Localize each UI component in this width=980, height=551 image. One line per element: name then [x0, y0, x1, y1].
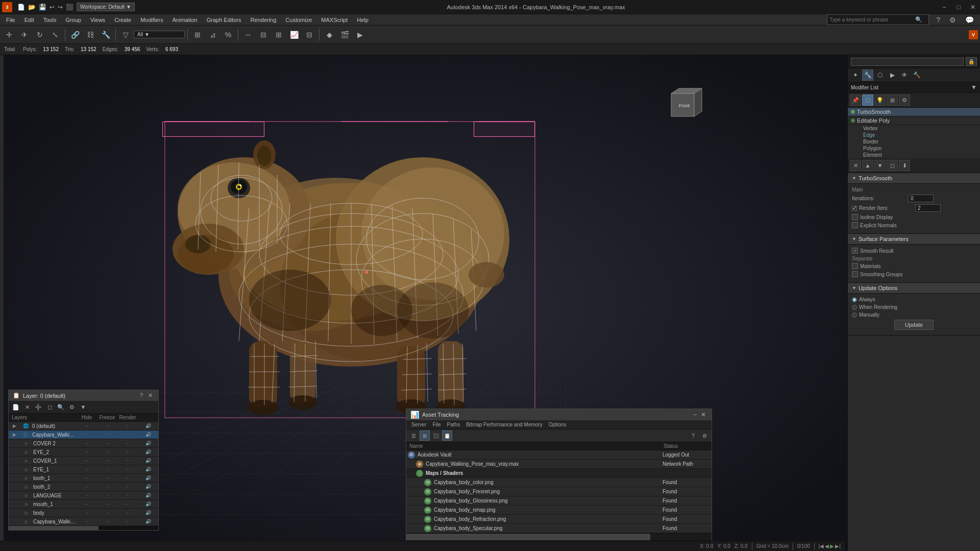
modifier-item-turbosmooth[interactable]: TurboSmooth — [848, 108, 980, 116]
asset-row-color[interactable]: 🖼 Capybara_body_color.png Found — [406, 478, 712, 487]
ep-sub-element[interactable]: Element — [848, 152, 980, 158]
save-btn[interactable]: 💾 — [38, 3, 47, 12]
link-btn[interactable]: 🔗 — [68, 28, 82, 42]
asset-menu-server[interactable]: Server — [408, 421, 429, 428]
minimize-btn[interactable]: − — [937, 0, 951, 14]
menu-group[interactable]: Group — [61, 16, 85, 24]
smooth-result-checkbox[interactable] — [852, 248, 858, 254]
asset-menu-bitmap[interactable]: Bitmap Performance and Memory — [463, 421, 546, 428]
turbosmooth-section-header[interactable]: TurboSmooth — [848, 173, 980, 184]
mirror-btn[interactable]: ↔ — [241, 28, 255, 42]
mod-pin-btn[interactable]: 📌 — [850, 94, 861, 106]
modifier-list-dropdown-icon[interactable]: ▼ — [971, 84, 977, 91]
asset-minimize-btn[interactable]: − — [692, 411, 698, 418]
mod-configure-btn[interactable]: ⚙ — [899, 94, 910, 106]
menu-animation[interactable]: Animation — [168, 16, 202, 24]
layer-item-cover1[interactable]: ▷ COVER_1 − − − 🔊 — [9, 457, 158, 465]
ep-sub-border[interactable]: Border — [848, 138, 980, 145]
ep-sub-polygon[interactable]: Polygon — [848, 145, 980, 152]
prev-frame-btn[interactable]: ◀ — [825, 543, 829, 549]
render-iters-input[interactable] — [915, 204, 941, 212]
layer-delete-btn[interactable]: ✕ — [22, 402, 32, 412]
explicit-normals-checkbox[interactable] — [852, 222, 858, 228]
bind-btn[interactable]: 🔧 — [99, 28, 113, 42]
menu-edit[interactable]: Edit — [20, 16, 38, 24]
layer-item-language[interactable]: ▷ LANGUAGE − − − 🔊 — [9, 491, 158, 500]
layer-add-object-btn[interactable]: ➕ — [33, 402, 43, 412]
layer-mgr-btn[interactable]: ⊞ — [272, 28, 286, 42]
mod-remove-btn[interactable]: ✕ — [850, 160, 861, 171]
select-btn[interactable]: ✛ — [2, 28, 16, 42]
render-iters-checkbox[interactable]: ✓ — [852, 206, 857, 211]
manually-radio[interactable] — [852, 313, 857, 318]
update-options-section-header[interactable]: Update Options — [848, 283, 980, 294]
percent-snap-btn[interactable]: % — [221, 28, 235, 42]
filter-dropdown[interactable]: All ▼ — [134, 31, 185, 38]
always-radio[interactable] — [852, 297, 857, 302]
layer-find-btn[interactable]: 🔍 — [56, 402, 66, 412]
asset-row-maxfile[interactable]: ◆ Capybara_Walking_Pose_max_vray.max Net… — [406, 460, 712, 469]
isoline-checkbox[interactable] — [852, 214, 858, 220]
render-btn[interactable]: ▶ — [353, 28, 367, 42]
layer-item-capybara-pose[interactable]: ▷ Capybara_Walking_Pose − − − 🔊 — [9, 517, 158, 526]
layer-question-btn[interactable]: ? — [138, 392, 144, 399]
asset-menu-options[interactable]: Options — [546, 421, 569, 428]
ep-sub-edge[interactable]: Edge — [848, 132, 980, 138]
layer-hide-cap[interactable]: − — [77, 432, 97, 437]
asset-row-maps[interactable]: ⬡ Maps / Shaders — [406, 469, 712, 478]
redo-btn[interactable]: ↪ — [57, 3, 64, 12]
mod-move-up-btn[interactable]: ▲ — [862, 160, 873, 171]
asset-row-specular[interactable]: 🖼 Capybara_body_Specular.png Found — [406, 524, 712, 533]
undo-btn[interactable]: ↩ — [48, 3, 56, 12]
asset-list-btn[interactable]: ☰ — [408, 430, 419, 441]
when-rendering-radio[interactable] — [852, 305, 857, 310]
layer-scrollbar-h[interactable] — [9, 526, 158, 530]
mod-move-down-btn[interactable]: ▼ — [874, 160, 886, 171]
open-btn[interactable]: 📂 — [27, 3, 37, 12]
layer-item-tooth2[interactable]: ▷ tooth_2 − − − 🔊 — [9, 483, 158, 491]
layer-item-body[interactable]: ▷ body − − − 🔊 — [9, 509, 158, 517]
asset-menu-file[interactable]: File — [429, 421, 444, 428]
layer-select-btn[interactable]: ◻ — [44, 402, 55, 412]
menu-graph-editors[interactable]: Graph Editors — [203, 16, 246, 24]
asset-help-btn[interactable]: ? — [688, 430, 698, 441]
render-setup-btn[interactable]: 🎬 — [337, 28, 352, 42]
viewport[interactable]: [+] [Perspective] [Realistic + Edged Fac… — [4, 55, 847, 551]
mod-collapse-btn[interactable]: ⬇ — [899, 160, 910, 171]
layer-item-mouth1[interactable]: ▷ mouth_1 − − − 🔊 — [9, 500, 158, 509]
menu-rendering[interactable]: Rendering — [247, 16, 281, 24]
maximize-btn[interactable]: □ — [951, 0, 966, 14]
layer-freeze-cap[interactable]: − — [97, 432, 117, 437]
render-btn[interactable]: ⬛ — [65, 3, 75, 12]
materials-checkbox[interactable] — [852, 263, 858, 269]
mod-show-end-btn[interactable]: ⊞ — [887, 94, 898, 106]
asset-settings-btn[interactable]: ⚙ — [699, 430, 709, 441]
menu-views[interactable]: Views — [86, 16, 109, 24]
scale-btn[interactable]: ⤡ — [48, 28, 62, 42]
workspace-selector[interactable]: Workspace: Default ▼ — [77, 3, 135, 11]
asset-close-btn[interactable]: ✕ — [699, 411, 707, 418]
smoothing-groups-checkbox[interactable] — [852, 271, 858, 277]
menu-maxscript[interactable]: MAXScript — [317, 16, 352, 24]
panel-create-icon[interactable]: ✦ — [850, 69, 861, 81]
panel-utility-icon[interactable]: 🔨 — [911, 69, 922, 81]
asset-table-btn[interactable]: 📋 — [442, 430, 452, 441]
next-frame-btn[interactable]: ▶| — [835, 543, 841, 549]
menu-create[interactable]: Create — [110, 16, 135, 24]
community-icon[interactable]: 💬 — [961, 15, 978, 25]
new-btn[interactable]: 📄 — [16, 3, 26, 12]
menu-file[interactable]: File — [2, 16, 19, 24]
layer-hide-default[interactable]: − — [77, 423, 97, 428]
search-box[interactable]: 🔍 — [827, 14, 929, 25]
asset-row-glossiness[interactable]: 🖼 Capybara_body_Glossiness.png Found — [406, 496, 712, 506]
layer-item-capybara[interactable]: ▶ ⬡ Capybara_Walking_Pose − − − 🔊 — [9, 430, 158, 439]
update-button[interactable]: Update — [894, 320, 934, 330]
close-btn[interactable]: ✕ — [966, 0, 980, 14]
angle-snap-btn[interactable]: ⊿ — [206, 28, 220, 42]
asset-row-refraction[interactable]: 🖼 Capybara_body_Refraction.png Found — [406, 515, 712, 524]
panel-modify-icon[interactable]: 🔧 — [862, 69, 873, 81]
snap-btn[interactable]: ⊞ — [190, 28, 205, 42]
settings-icon[interactable]: ⚙ — [945, 15, 960, 25]
play-pause-btn[interactable]: ▶ — [830, 543, 834, 549]
asset-menu-paths[interactable]: Paths — [444, 421, 463, 428]
